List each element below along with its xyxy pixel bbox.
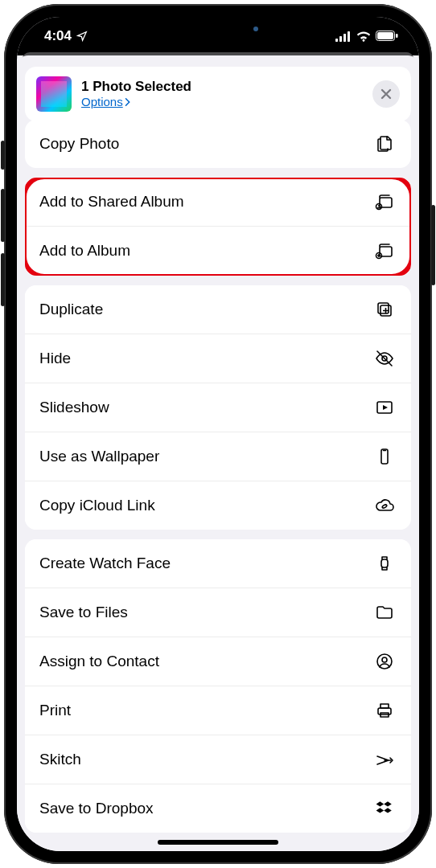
wifi-icon: [356, 31, 371, 42]
action-print[interactable]: Print: [25, 686, 411, 735]
home-indicator[interactable]: [158, 840, 278, 845]
signal-icon: [335, 31, 352, 42]
chevron-right-icon: [125, 98, 131, 106]
options-label: Options: [81, 95, 123, 108]
action-slideshow[interactable]: Slideshow: [25, 383, 411, 432]
action-label: Slideshow: [39, 399, 109, 416]
copy-icon: [372, 133, 397, 154]
action-add-shared-album[interactable]: Add to Shared Album: [25, 178, 411, 227]
eye-off-icon: [372, 348, 397, 369]
share-sheet: 1 Photo Selected Options Copy PhotoAdd t…: [17, 55, 419, 851]
status-time: 4:04: [44, 28, 88, 44]
action-label: Add to Shared Album: [39, 193, 184, 211]
time-label: 4:04: [44, 28, 72, 44]
notch: [134, 17, 302, 41]
action-assign-contact[interactable]: Assign to Contact: [25, 637, 411, 686]
action-copy-photo[interactable]: Copy Photo: [25, 120, 411, 168]
action-skitch[interactable]: Skitch: [25, 735, 411, 784]
battery-icon: [376, 31, 398, 42]
action-label: Print: [39, 702, 71, 719]
selection-title: 1 Photo Selected: [81, 79, 363, 95]
action-label: Copy iCloud Link: [39, 497, 155, 514]
contact-icon: [372, 651, 397, 672]
folder-icon: [372, 602, 397, 623]
svg-rect-3: [348, 31, 350, 42]
action-label: Add to Album: [39, 242, 130, 260]
action-label: Assign to Contact: [39, 653, 159, 670]
action-watch-face[interactable]: Create Watch Face: [25, 539, 411, 588]
action-add-album[interactable]: Add to Album: [25, 227, 411, 276]
add-album-icon: [372, 240, 397, 261]
screen: 4:04 1 Photo Selected Options: [17, 17, 419, 851]
dropbox-icon: [372, 798, 397, 819]
svg-rect-0: [335, 39, 338, 42]
close-button[interactable]: [372, 80, 400, 108]
options-link[interactable]: Options: [81, 95, 131, 108]
watch-icon: [372, 553, 397, 574]
action-group: DuplicateHideSlideshowUse as WallpaperCo…: [25, 285, 411, 530]
action-group: Add to Shared AlbumAdd to Album: [25, 178, 411, 276]
action-label: Duplicate: [39, 301, 103, 318]
close-icon: [380, 88, 392, 100]
location-icon: [76, 31, 88, 42]
share-header: 1 Photo Selected Options: [25, 67, 411, 121]
action-hide[interactable]: Hide: [25, 334, 411, 383]
action-group: Copy Photo: [25, 120, 411, 168]
action-label: Save to Dropbox: [39, 800, 154, 817]
action-icloud-link[interactable]: Copy iCloud Link: [25, 481, 411, 530]
svg-rect-1: [339, 36, 342, 42]
svg-point-17: [382, 504, 388, 509]
status-icons: [335, 31, 398, 42]
action-label: Copy Photo: [39, 135, 119, 153]
phone-icon: [372, 446, 397, 467]
svg-rect-6: [396, 34, 398, 38]
svg-rect-13: [378, 303, 389, 313]
action-wallpaper[interactable]: Use as Wallpaper: [25, 432, 411, 481]
photo-thumbnail[interactable]: [36, 76, 72, 112]
action-label: Create Watch Face: [39, 555, 171, 572]
svg-rect-2: [343, 34, 346, 42]
action-label: Save to Files: [39, 604, 128, 621]
phone-frame: 4:04 1 Photo Selected Options: [4, 4, 432, 864]
svg-point-20: [382, 657, 387, 662]
svg-point-9: [378, 205, 380, 207]
play-icon: [372, 397, 397, 418]
printer-icon: [372, 700, 397, 721]
duplicate-icon: [372, 299, 397, 320]
action-label: Use as Wallpaper: [39, 448, 159, 465]
svg-rect-22: [380, 704, 389, 708]
action-duplicate[interactable]: Duplicate: [25, 285, 411, 334]
svg-rect-16: [381, 449, 388, 464]
action-label: Skitch: [39, 751, 81, 768]
shared-album-icon: [372, 191, 397, 212]
action-save-files[interactable]: Save to Files: [25, 588, 411, 637]
action-group: Create Watch FaceSave to FilesAssign to …: [25, 539, 411, 833]
skitch-icon: [372, 749, 397, 770]
cloud-link-icon: [372, 495, 397, 516]
action-dropbox[interactable]: Save to Dropbox: [25, 784, 411, 833]
svg-rect-18: [381, 559, 388, 567]
action-label: Hide: [39, 350, 71, 367]
svg-rect-5: [377, 32, 393, 39]
